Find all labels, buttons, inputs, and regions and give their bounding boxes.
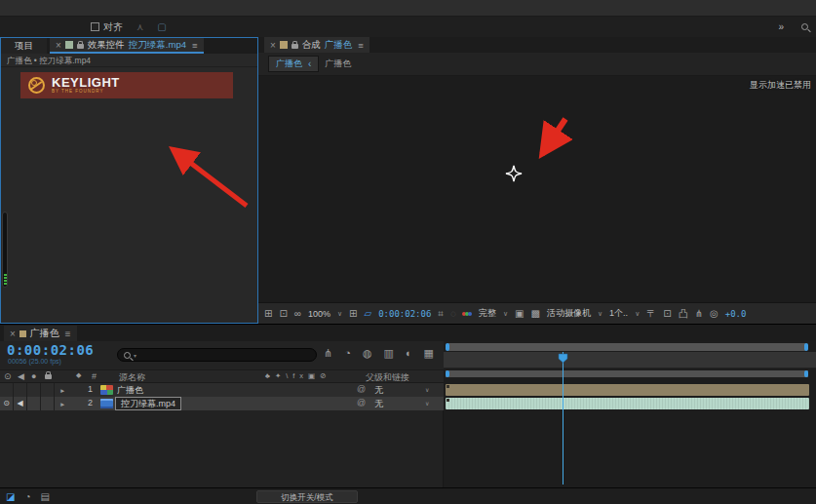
layer-row-1[interactable]: ► 1 广播色 @ 无 ∨ (0, 383, 444, 397)
tab-project[interactable]: 项目 (1, 38, 47, 54)
playhead-marker[interactable] (558, 353, 568, 364)
parent-select[interactable]: 无 (374, 398, 383, 410)
comp-nav-root[interactable]: 广播色 (325, 58, 351, 70)
timeline-header: 0:00:02:06 00056 (25.00 fps) ▾ ⋔ ◔ ◍ ▥ ◐… (0, 341, 444, 369)
expand-arrow-icon[interactable]: ► (59, 387, 65, 394)
graph-editor-icon[interactable]: ▦ (424, 347, 434, 360)
panel-menu-icon[interactable]: ≡ (192, 40, 198, 51)
effect-scrollbar[interactable] (2, 212, 8, 288)
comp-mini-flowchart-icon[interactable]: ⋔ (324, 347, 332, 360)
tab-composition[interactable]: × 合成 广播色 ≡ (264, 37, 369, 53)
pixel-aspect-icon[interactable]: 〒 (646, 307, 656, 321)
workspace-overflow[interactable]: » (768, 21, 794, 32)
region-of-interest-icon[interactable]: ▣ (515, 308, 524, 319)
layer-bar-1[interactable] (446, 384, 809, 396)
lock-icon[interactable] (291, 44, 298, 49)
close-icon[interactable]: × (270, 40, 276, 51)
time-navigator[interactable] (446, 343, 808, 351)
pickwhip-icon[interactable]: @ (357, 398, 366, 407)
parent-select[interactable]: 无 (374, 384, 383, 397)
panel-menu-icon[interactable]: ≡ (65, 329, 71, 339)
pickwhip-icon[interactable]: @ (357, 384, 366, 394)
align-group: 对齐 (91, 20, 123, 34)
draft-3d-icon[interactable]: ◔ (344, 347, 351, 360)
comp-navigator: 广播色 ‹ 广播色 (258, 53, 816, 76)
timeline-bottom-bar: ◪ ◔ ▤ 切换开关/模式 (0, 487, 816, 504)
comp-nav-chip[interactable]: 广播色 ‹ (268, 56, 319, 72)
monitor-icon[interactable]: ⊡ (279, 308, 287, 319)
time-ruler[interactable] (444, 352, 816, 368)
work-area-end-handle[interactable] (804, 370, 808, 377)
camera-view-select[interactable]: 活动摄像机 (547, 307, 591, 320)
snapshot-camera-icon[interactable]: ⌗ (438, 308, 444, 320)
navigator-start-handle[interactable] (446, 343, 449, 351)
shy-layers-icon[interactable]: ◍ (363, 347, 372, 360)
align-checkbox[interactable] (91, 22, 99, 31)
layer-name[interactable]: 控刀绿幕.mp4 (115, 397, 181, 410)
motion-blur-icon[interactable]: ◐ (406, 347, 412, 360)
show-snapshot-icon[interactable]: ◌ (450, 308, 456, 319)
transparency-grid-icon[interactable]: ▩ (531, 308, 540, 319)
layer-row-2[interactable]: ⊙ ◀ ► 2 控刀绿幕.mp4 @ 无 ∨ (0, 397, 444, 410)
lock-toggle[interactable] (41, 397, 55, 410)
tab-effect-controls[interactable]: × 效果控件 控刀绿幕.mp4 ≡ (50, 38, 204, 54)
solo-toggle[interactable] (27, 383, 41, 397)
panel-menu-icon[interactable]: ≡ (358, 40, 364, 51)
close-icon[interactable]: × (10, 329, 16, 339)
preview-timecode[interactable]: 0:00:02:06 (378, 309, 431, 319)
label-color-swatch[interactable] (72, 399, 81, 407)
expand-arrow-icon[interactable]: ► (59, 401, 65, 407)
plugin-subtitle: BY THE FOUNDRY (52, 90, 120, 95)
flowchart-icon[interactable]: ⋔ (695, 308, 703, 319)
timeline-track-area[interactable] (444, 341, 816, 487)
timeline-search-input[interactable]: ▾ (117, 348, 317, 362)
resolution-select[interactable]: 完整 (479, 307, 496, 320)
layer-name[interactable]: 广播色 (117, 384, 143, 397)
layer-bar-2[interactable] (446, 398, 809, 409)
layer-number: 2 (88, 398, 93, 407)
tab-target-name: 广播色 (325, 39, 353, 52)
menu-bar (0, 0, 816, 17)
work-area-start-handle[interactable] (446, 370, 449, 377)
tab-timeline-comp[interactable]: × 广播色 ≡ (4, 326, 77, 341)
exposure-value[interactable]: +0.0 (725, 309, 747, 319)
audio-toggle[interactable] (14, 383, 27, 397)
current-timecode[interactable]: 0:00:02:06 (7, 342, 94, 358)
tab-title: 合成 (302, 39, 321, 52)
mask-feather-icon[interactable]: ⋏ (136, 21, 143, 32)
timeline-tabs: × 广播色 ≡ (0, 325, 816, 341)
fast-preview-icon[interactable]: ⊡ (663, 308, 671, 319)
marquee-icon[interactable]: ▢ (157, 21, 166, 32)
navigator-end-handle[interactable] (804, 343, 808, 351)
grid-guides-icon[interactable]: ⊞ (349, 308, 357, 319)
lock-toggle[interactable] (41, 383, 55, 397)
in-out-columns-icon[interactable]: ▤ (41, 491, 50, 502)
video-toggle[interactable]: ⊙ (0, 397, 14, 410)
exposure-reset-icon[interactable]: ◎ (710, 308, 719, 319)
layer-list-empty-area (0, 410, 444, 487)
mask-visibility-icon[interactable]: ▱ (364, 308, 371, 319)
work-area-bar[interactable] (446, 370, 808, 377)
transfer-controls-icon[interactable]: ◔ (24, 491, 30, 502)
lock-icon[interactable] (77, 44, 84, 49)
stereo-3d-icon[interactable]: ∞ (294, 308, 301, 319)
chevron-down-icon: ∨ (337, 310, 342, 318)
effect-panel-tabs: 项目 × 效果控件 控刀绿幕.mp4 ≡ (1, 38, 257, 54)
frame-blend-icon[interactable]: ▥ (384, 347, 394, 360)
lock-column-icon (45, 374, 52, 379)
snapshot-layers-icon[interactable]: ⊞ (264, 308, 272, 319)
video-toggle[interactable] (0, 383, 14, 397)
timeline-button-icon[interactable]: 凸 (679, 307, 688, 321)
solo-toggle[interactable] (27, 397, 41, 410)
comp-viewport[interactable]: 显示加速已禁用 (258, 76, 816, 302)
channel-icon[interactable] (463, 312, 472, 316)
view-layout-select[interactable]: 1个.. (609, 307, 628, 320)
close-icon[interactable]: × (56, 40, 61, 51)
workspace-search-icon[interactable] (801, 23, 808, 30)
toggle-switches-modes-button[interactable]: 切换开关/模式 (256, 490, 358, 503)
audio-toggle[interactable]: ◀ (14, 397, 27, 410)
chevron-down-icon: ∨ (635, 310, 640, 318)
magnification-select[interactable]: 100% (308, 309, 330, 319)
label-color-swatch[interactable] (72, 385, 81, 394)
expand-layer-pane-icon[interactable]: ◪ (6, 491, 15, 502)
